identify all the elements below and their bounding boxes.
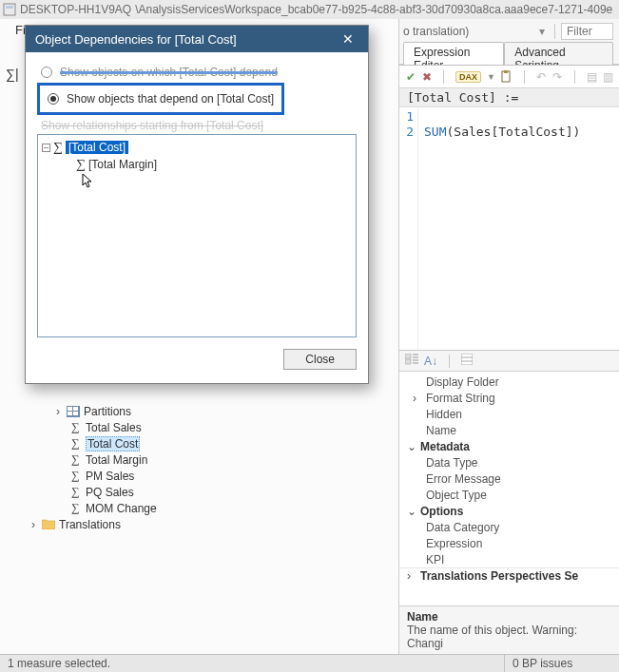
separator	[443, 70, 444, 84]
app-icon	[3, 3, 16, 16]
sigma-icon: ∑	[53, 140, 63, 155]
tree-measure-item[interactable]: ∑ Total Sales	[68, 419, 157, 435]
radio-depends-upstream[interactable]: Show objects on which [Total Cost] depen…	[41, 62, 357, 83]
object-dependencies-dialog: Object Dependencies for [Total Cost] ✕ S…	[25, 25, 369, 384]
prop-row[interactable]: Expression	[399, 535, 619, 551]
properties-toolbar: A↓	[399, 351, 619, 372]
radio-label: Show relationships starting from [Total …	[41, 119, 263, 132]
collapse-icon[interactable]: –	[42, 144, 50, 152]
tree-measure-item[interactable]: ∑ PM Sales	[68, 468, 157, 484]
status-bp-issues: 0 BP issues	[505, 657, 619, 670]
property-pages-icon[interactable]	[461, 354, 473, 368]
dropdown-arrow-icon[interactable]: ▾	[535, 25, 549, 38]
sigma-icon: ∑	[76, 157, 86, 172]
tree-node-translations[interactable]: › Translations	[29, 516, 157, 532]
tree-root-node[interactable]: – ∑ [Total Cost]	[42, 139, 352, 156]
property-desc-text: The name of this object. Warning: Changi	[407, 624, 611, 650]
prop-row[interactable]: Hidden	[399, 406, 619, 422]
chevron-right-icon: ›	[29, 518, 38, 531]
tree-node-label: [Total Margin]	[88, 158, 157, 171]
close-button[interactable]: Close	[283, 349, 357, 370]
properties-panel: A↓ Display Folder ›Format String Hidden …	[399, 350, 619, 654]
tree-label: Partitions	[84, 405, 131, 418]
svg-rect-8	[504, 70, 508, 73]
comment-icon[interactable]: ▤	[587, 70, 597, 84]
dialog-titlebar[interactable]: Object Dependencies for [Total Cost] ✕	[26, 26, 368, 52]
highlighted-radio-box: Show objects that depend on [Total Cost]	[37, 83, 284, 115]
svg-rect-3	[68, 407, 72, 411]
dropdown-arrow-icon[interactable]: ▼	[487, 72, 495, 82]
tree-label: Total Cost	[86, 436, 140, 451]
prop-row[interactable]: ›Format String	[399, 390, 619, 406]
tree-measure-item[interactable]: ∑ Total Cost	[68, 435, 157, 451]
status-selection: 1 measure selected.	[0, 657, 118, 670]
dependencies-tree[interactable]: – ∑ [Total Cost] ∑ [Total Margin]	[37, 134, 357, 337]
toolbar-fragment: o translation)	[403, 25, 469, 38]
close-icon[interactable]: ✕	[332, 28, 364, 50]
property-desc-name: Name	[407, 610, 611, 624]
prop-row[interactable]: Display Folder	[399, 374, 619, 390]
paste-icon[interactable]	[501, 70, 513, 84]
tree-node-partitions[interactable]: › Partitions	[53, 403, 157, 419]
dialog-title: Object Dependencies for [Total Cost]	[35, 32, 332, 47]
tree-measure-item[interactable]: ∑ MOM Change	[68, 500, 157, 516]
filter-input[interactable]	[561, 23, 613, 40]
chevron-down-icon: ⌄	[407, 505, 416, 518]
sigma-icon: ∑	[68, 421, 82, 434]
editor-code[interactable]: SUM(Sales[TotalCost])	[418, 107, 580, 350]
tree-label: Translations	[59, 518, 121, 531]
svg-rect-5	[68, 412, 72, 415]
dax-format-icon[interactable]: DAX	[455, 71, 481, 83]
prop-row[interactable]: Error Message	[399, 470, 619, 487]
redo-icon[interactable]: ↷	[552, 70, 563, 84]
sort-az-icon[interactable]: A↓	[424, 355, 437, 368]
svg-rect-0	[4, 4, 15, 15]
sigma-icon: ∑	[68, 470, 82, 483]
radio-label: Show objects that depend on [Total Cost]	[67, 92, 274, 106]
categorized-icon[interactable]	[405, 354, 418, 368]
tree-label: Total Sales	[86, 421, 142, 434]
svg-rect-10	[405, 359, 411, 364]
prop-category[interactable]: ›Translations Perspectives Se	[399, 567, 619, 584]
prop-category[interactable]: ⌄Metadata	[399, 438, 619, 454]
prop-category[interactable]: ⌄Options	[399, 503, 619, 519]
cancel-icon[interactable]: ✖	[421, 70, 432, 84]
prop-row[interactable]: Data Type	[399, 454, 619, 470]
accept-icon[interactable]: ✔	[405, 70, 416, 84]
undo-icon[interactable]: ↶	[536, 70, 547, 84]
tree-label: PQ Sales	[86, 486, 134, 499]
tree-node-label: [Total Cost]	[66, 141, 128, 154]
tree-measure-item[interactable]: ∑ Total Margin	[68, 451, 157, 468]
chevron-down-icon: ⌄	[407, 440, 416, 453]
chevron-right-icon: ›	[407, 569, 416, 583]
app-titlebar: DESKTOP-HH1V9AQ\AnalysisServicesWorkspac…	[0, 0, 619, 19]
prop-row[interactable]: KPI	[399, 551, 619, 567]
editor-gutter: 1 2	[399, 107, 418, 350]
uncomment-icon[interactable]: ▥	[603, 70, 613, 84]
svg-rect-6	[73, 412, 78, 415]
svg-rect-9	[405, 354, 411, 358]
radio-dependents[interactable]: Show objects that depend on [Total Cost]	[48, 88, 274, 109]
sigma-icon: ∑	[68, 502, 82, 515]
separator	[524, 70, 525, 84]
properties-list[interactable]: Display Folder ›Format String Hidden Nam…	[399, 372, 619, 605]
chevron-right-icon: ›	[53, 405, 63, 418]
sigma-icon: ∑	[68, 453, 82, 467]
prop-row[interactable]: Name	[399, 422, 619, 438]
radio-relationships[interactable]: Show relationships starting from [Total …	[41, 119, 357, 132]
tree-measure-item[interactable]: ∑ PQ Sales	[68, 484, 157, 500]
prop-row[interactable]: Data Category	[399, 519, 619, 535]
model-tree[interactable]: › Partitions ∑ Total Sales ∑ Total Cost …	[53, 403, 157, 532]
radio-label: Show objects on which [Total Cost] depen…	[60, 66, 278, 79]
separator	[554, 24, 555, 39]
separator	[449, 355, 450, 368]
prop-row[interactable]: Object Type	[399, 487, 619, 503]
svg-rect-4	[73, 407, 78, 411]
sigma-icon: ∑	[68, 486, 82, 499]
partitions-icon	[67, 405, 80, 418]
chevron-right-icon: ›	[413, 392, 422, 405]
title-host: DESKTOP-HH1V9AQ	[20, 3, 131, 16]
tree-child-node[interactable]: ∑ [Total Margin]	[42, 156, 352, 173]
tree-label: MOM Change	[86, 502, 157, 515]
svg-rect-15	[461, 354, 473, 365]
